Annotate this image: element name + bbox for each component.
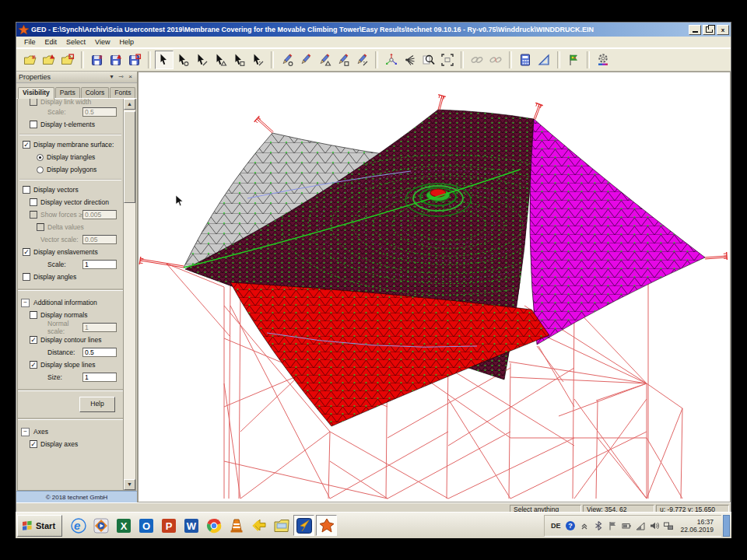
taskbar-icon-excel[interactable]: X bbox=[113, 515, 134, 536]
checkbox-display-angles[interactable] bbox=[23, 273, 30, 281]
language-indicator[interactable]: DE bbox=[551, 522, 561, 530]
viewport-3d[interactable] bbox=[139, 72, 731, 502]
zoom-rays-icon bbox=[403, 53, 417, 67]
toolbar-button-zoom-rays[interactable] bbox=[401, 51, 419, 69]
panel-pin-icon[interactable]: ⇾ bbox=[117, 73, 125, 82]
taskbar-icon-mediaplayer[interactable] bbox=[90, 515, 111, 536]
taskbar-icon-folder[interactable] bbox=[271, 515, 292, 536]
panel-scrollbar[interactable]: ▲ ▼ bbox=[123, 99, 135, 490]
taskbar-icon-ged-app[interactable] bbox=[316, 515, 337, 536]
show-desktop-button[interactable] bbox=[723, 515, 730, 537]
toolbar-button-select-triangle[interactable] bbox=[211, 51, 230, 69]
minimize-button[interactable] bbox=[689, 25, 701, 35]
radio-display-polygons[interactable] bbox=[37, 166, 44, 173]
restore-button[interactable] bbox=[703, 25, 715, 35]
toolbar-button-rotate-3d[interactable] bbox=[382, 51, 401, 69]
toolbar-button-measure-triangle[interactable] bbox=[535, 51, 553, 69]
scroll-up-icon[interactable]: ▲ bbox=[124, 99, 135, 110]
toolbar-button-select-slash[interactable] bbox=[248, 51, 267, 69]
taskbar-icon-ie[interactable]: e bbox=[68, 515, 89, 536]
toolbar-button-select-line[interactable] bbox=[192, 51, 211, 69]
taskbar-icon-word[interactable]: W bbox=[181, 515, 202, 536]
tray-bluetooth-icon[interactable] bbox=[593, 520, 604, 531]
field-label: Scale: bbox=[47, 108, 66, 116]
toolbar-button-open-hash[interactable]: # bbox=[21, 51, 40, 69]
checkbox-show-forces[interactable] bbox=[30, 211, 37, 219]
taskbar-icon-outlook[interactable]: O bbox=[135, 515, 156, 536]
collapse-icon[interactable]: − bbox=[21, 299, 30, 307]
input-scale[interactable] bbox=[82, 260, 117, 269]
tray-battery-icon[interactable] bbox=[621, 520, 632, 531]
toolbar-button-select-point[interactable] bbox=[174, 51, 192, 69]
input-vector-scale[interactable] bbox=[82, 235, 117, 244]
start-button[interactable]: Start bbox=[17, 515, 62, 537]
taskbar-icon-powerpoint[interactable]: P bbox=[158, 515, 179, 536]
checkbox-display-t-elements[interactable] bbox=[30, 121, 37, 128]
radio-display-triangles[interactable] bbox=[37, 154, 44, 161]
toolbar-button-calculator[interactable] bbox=[516, 51, 535, 69]
input-normal-scale[interactable] bbox=[82, 323, 117, 332]
checkbox-display-axes[interactable]: ✓ bbox=[30, 440, 37, 448]
toolbar-button-zoom-window[interactable] bbox=[419, 51, 438, 69]
menu-view[interactable]: View bbox=[90, 37, 114, 47]
checkbox-display-slope-lines[interactable]: ✓ bbox=[30, 361, 37, 369]
input-distance[interactable] bbox=[82, 348, 117, 357]
tab-visibility[interactable]: Visibility bbox=[18, 87, 54, 99]
scroll-thumb[interactable] bbox=[124, 111, 135, 203]
toolbar-button-draw-triangle[interactable] bbox=[315, 51, 334, 69]
toolbar-button-draw-point[interactable] bbox=[278, 51, 296, 69]
toolbar-button-select-square[interactable] bbox=[230, 51, 248, 69]
checkbox-label: Display angles bbox=[33, 273, 76, 281]
menu-file[interactable]: File bbox=[19, 37, 40, 47]
checkbox-display-link-width[interactable] bbox=[30, 99, 37, 106]
close-button[interactable]: x bbox=[717, 25, 729, 35]
scroll-down-icon[interactable]: ▼ bbox=[124, 479, 135, 490]
toolbar-button-link-1[interactable] bbox=[468, 51, 486, 69]
tray-expand-icon[interactable] bbox=[579, 520, 590, 531]
toolbar-button-save-triangle[interactable] bbox=[107, 51, 125, 69]
toolbar-button-select-cursor[interactable] bbox=[155, 51, 174, 69]
taskbar-icon-chrome[interactable] bbox=[203, 515, 224, 536]
toolbar-button-open-triangle[interactable] bbox=[40, 51, 58, 69]
toolbar-button-draw-slash[interactable] bbox=[352, 51, 371, 69]
input-show-forces[interactable] bbox=[82, 210, 117, 219]
checkbox-display-contour-lines[interactable]: ✓ bbox=[30, 336, 37, 344]
panel-menu-icon[interactable]: ▾ bbox=[107, 73, 116, 82]
tray-signal-icon[interactable] bbox=[635, 520, 646, 531]
checkbox-display-vector-direction[interactable] bbox=[30, 198, 37, 206]
taskbar-icon-compare-arrows[interactable] bbox=[248, 515, 269, 536]
toolbar-button-link-2[interactable] bbox=[486, 51, 505, 69]
toolbar-button-draw-square[interactable] bbox=[334, 51, 352, 69]
toolbar-button-save-hash[interactable]: # bbox=[88, 51, 107, 69]
checkbox-delta-values[interactable] bbox=[37, 223, 44, 231]
menu-help[interactable]: Help bbox=[114, 37, 139, 47]
taskbar-icon-vlc[interactable] bbox=[226, 515, 247, 536]
checkbox-display-membrane-surface[interactable]: ✓ bbox=[23, 141, 30, 149]
toolbar-separator bbox=[557, 51, 560, 68]
menu-edit[interactable]: Edit bbox=[40, 37, 62, 47]
tab-colors[interactable]: Colors bbox=[81, 87, 110, 98]
toolbar-button-save-square[interactable] bbox=[125, 51, 144, 69]
tab-parts[interactable]: Parts bbox=[55, 87, 80, 98]
toolbar-button-run-flag[interactable] bbox=[564, 51, 583, 69]
toolbar-button-open-square[interactable] bbox=[58, 51, 77, 69]
tab-fonts[interactable]: Fonts bbox=[110, 87, 135, 98]
toolbar-button-zoom-fit[interactable] bbox=[438, 51, 457, 69]
svg-text:?: ? bbox=[569, 522, 573, 530]
panel-close-icon[interactable]: × bbox=[126, 73, 135, 82]
checkbox-display-normals[interactable] bbox=[30, 311, 37, 319]
tray-flag-icon[interactable] bbox=[607, 520, 618, 531]
checkbox-display-enslavements[interactable]: ✓ bbox=[23, 248, 30, 256]
tray-network-icon[interactable] bbox=[663, 520, 674, 531]
taskbar-icon-pointer-app[interactable] bbox=[293, 515, 314, 536]
menu-select[interactable]: Select bbox=[61, 37, 90, 47]
input-scale[interactable] bbox=[82, 107, 117, 117]
toolbar-button-settings-gear[interactable] bbox=[594, 51, 612, 69]
tray-help-icon[interactable]: ? bbox=[565, 520, 576, 531]
collapse-icon[interactable]: − bbox=[21, 428, 30, 436]
checkbox-display-vectors[interactable] bbox=[23, 186, 30, 194]
input-size[interactable] bbox=[82, 373, 117, 382]
toolbar-button-draw-line[interactable] bbox=[296, 51, 315, 69]
tray-volume-icon[interactable] bbox=[649, 520, 660, 531]
help-button[interactable]: Help bbox=[79, 397, 115, 412]
